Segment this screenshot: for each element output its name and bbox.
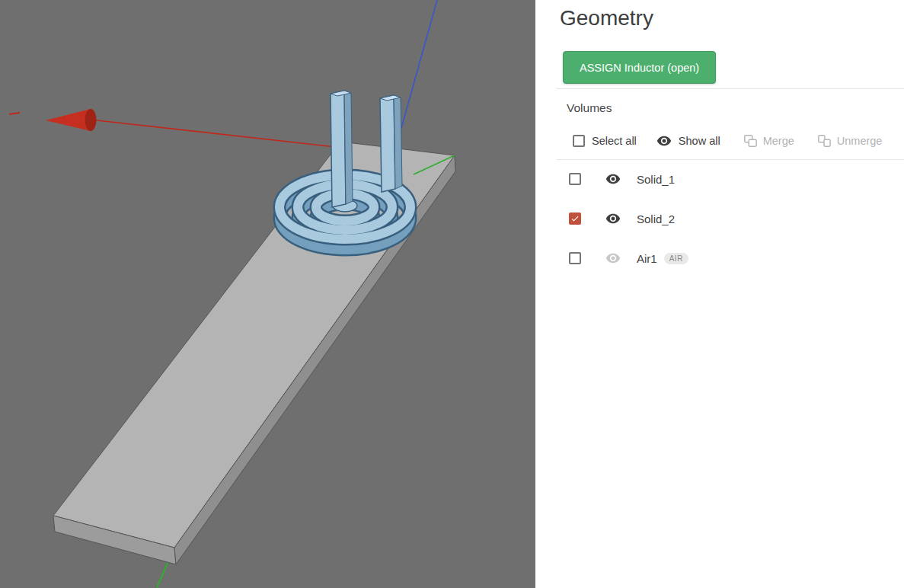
row-checkbox-checked[interactable] (569, 213, 581, 225)
volumes-list: Solid_1 Solid_2 Air1 AIR (535, 159, 904, 278)
geometry-panel: Geometry ASSIGN Inductor (open) Volumes … (535, 0, 904, 588)
volume-name[interactable]: Solid_2 (637, 213, 675, 225)
row-checkbox[interactable] (569, 252, 581, 264)
volume-row-solid-1: Solid_1 (535, 159, 904, 199)
air-badge: AIR (664, 253, 688, 264)
volume-name[interactable]: Solid_1 (637, 173, 675, 186)
page-title: Geometry (560, 6, 653, 30)
3d-viewport[interactable] (0, 0, 535, 588)
volumes-toolbar: Select all Show all Merge Unmerge (573, 130, 882, 152)
divider (557, 88, 904, 89)
unmerge-label[interactable]: Unmerge (837, 135, 883, 147)
visibility-eye-icon-off[interactable] (605, 251, 621, 266)
show-all-label[interactable]: Show all (679, 135, 720, 147)
volume-row-air1: Air1 AIR (535, 238, 904, 278)
volume-row-solid-2: Solid_2 (535, 199, 904, 238)
merge-icon[interactable] (743, 134, 759, 148)
volume-name[interactable]: Air1 (637, 252, 657, 265)
select-all-checkbox[interactable] (573, 135, 585, 147)
unmerge-icon[interactable] (817, 134, 832, 148)
select-all-label[interactable]: Select all (592, 135, 637, 147)
merge-label[interactable]: Merge (763, 135, 794, 147)
feed-pin-left (331, 91, 353, 207)
visibility-eye-icon[interactable] (605, 211, 621, 226)
show-all-eye-icon[interactable] (656, 133, 672, 149)
volumes-section-label: Volumes (567, 101, 612, 115)
app-window: Geometry ASSIGN Inductor (open) Volumes … (0, 0, 904, 588)
3d-scene (0, 0, 535, 588)
row-checkbox[interactable] (569, 173, 581, 185)
visibility-eye-icon[interactable] (605, 171, 621, 187)
feed-pin-right (380, 95, 402, 192)
assign-inductor-button[interactable]: ASSIGN Inductor (open) (563, 51, 716, 84)
